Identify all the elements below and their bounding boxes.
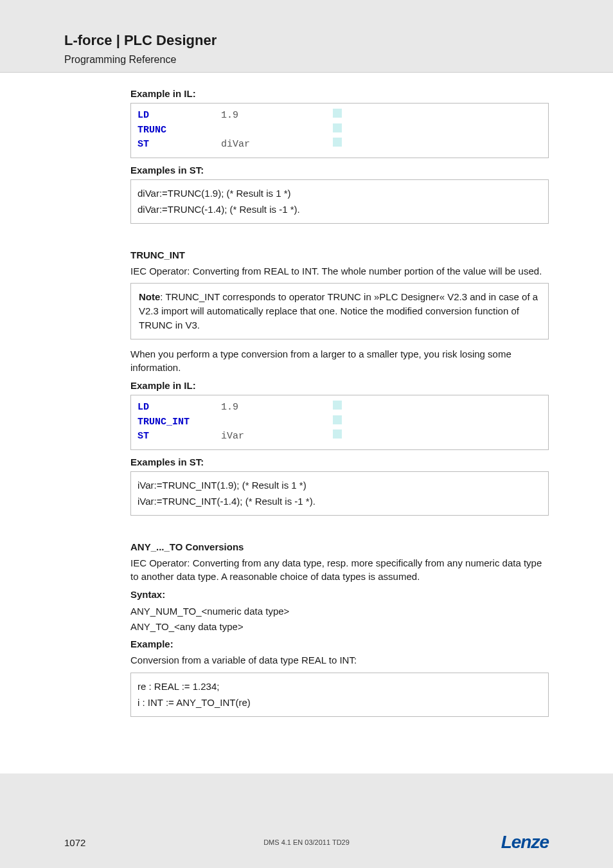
il-marker-icon [333, 401, 342, 410]
il-value [221, 123, 329, 138]
il-keyword: LD [138, 401, 221, 415]
example-desc: Conversion from a variable of data type … [130, 653, 549, 667]
trunc-int-warning: When you perform a type conversion from … [130, 347, 549, 375]
il-keyword: TRUNC [138, 123, 221, 138]
st-code-block-1: diVar:=TRUNC(1.9); (* Result is 1 *) diV… [130, 179, 549, 224]
note-block: Note: TRUNC_INT corresponds to operator … [130, 283, 549, 339]
il-value: iVar [221, 429, 329, 444]
il-row: ST diVar [138, 138, 542, 152]
doc-subtitle: Programming Reference [64, 54, 613, 66]
lenze-logo: Lenze [501, 832, 549, 853]
il-marker-icon [333, 123, 342, 132]
il-keyword: ST [138, 429, 221, 444]
example-label: Example: [130, 638, 549, 649]
page-footer: 1072 DMS 4.1 EN 03/2011 TD29 Lenze [0, 817, 613, 868]
page-number: 1072 [64, 837, 85, 848]
product-title: L-force | PLC Designer [64, 32, 613, 49]
st-line: iVar:=TRUNC_INT(-1.4); (* Result is -1 *… [138, 493, 542, 510]
st-line: diVar:=TRUNC(1.9); (* Result is 1 *) [138, 185, 542, 202]
il-marker-icon [333, 138, 342, 147]
il-value: 1.9 [221, 401, 329, 415]
examples-st-label-2: Examples in ST: [130, 457, 549, 467]
example-il-label-1: Example in IL: [130, 88, 549, 99]
trunc-int-heading: TRUNC_INT [130, 249, 549, 260]
example-code-block: re : REAL := 1.234; i : INT := ANY_TO_IN… [130, 673, 549, 717]
il-row: LD 1.9 [138, 109, 542, 123]
code-line: i : INT := ANY_TO_INT(re) [138, 694, 542, 711]
il-row: TRUNC_INT [138, 415, 542, 430]
il-keyword: LD [138, 109, 221, 123]
trunc-int-desc: IEC Operator: Converting from REAL to IN… [130, 264, 549, 278]
il-row: TRUNC [138, 123, 542, 138]
page-header: L-force | PLC Designer Programming Refer… [0, 0, 613, 73]
syntax-label: Syntax: [130, 589, 549, 600]
il-value: 1.9 [221, 109, 329, 123]
il-marker-icon [333, 109, 342, 118]
page-content: Example in IL: LD 1.9 TRUNC ST diVar Exa… [0, 73, 613, 773]
il-code-block-2: LD 1.9 TRUNC_INT ST iVar [130, 395, 549, 450]
syntax-line: ANY_NUM_TO_<numeric data type> [130, 604, 549, 619]
syntax-line: ANY_TO_<any data type> [130, 619, 549, 635]
il-keyword: ST [138, 138, 221, 152]
il-marker-icon [333, 429, 342, 439]
footer-doc-id: DMS 4.1 EN 03/2011 TD29 [263, 838, 350, 846]
il-value: diVar [221, 138, 329, 152]
note-text: : TRUNC_INT corresponds to operator TRUN… [139, 291, 538, 330]
examples-st-label-1: Examples in ST: [130, 165, 549, 176]
any-to-heading: ANY_..._TO Conversions [130, 541, 549, 552]
st-line: iVar:=TRUNC_INT(1.9); (* Result is 1 *) [138, 477, 542, 494]
example-il-label-2: Example in IL: [130, 380, 549, 391]
il-marker-icon [333, 415, 342, 424]
il-keyword: TRUNC_INT [138, 415, 221, 430]
code-line: re : REAL := 1.234; [138, 678, 542, 695]
st-line: diVar:=TRUNC(-1.4); (* Result is -1 *). [138, 201, 542, 218]
il-value [221, 415, 329, 430]
il-row: ST iVar [138, 429, 542, 444]
any-to-desc: IEC Operator: Converting from any data t… [130, 556, 549, 584]
note-label: Note [139, 291, 160, 302]
il-code-block-1: LD 1.9 TRUNC ST diVar [130, 103, 549, 158]
il-row: LD 1.9 [138, 401, 542, 415]
st-code-block-2: iVar:=TRUNC_INT(1.9); (* Result is 1 *) … [130, 471, 549, 516]
